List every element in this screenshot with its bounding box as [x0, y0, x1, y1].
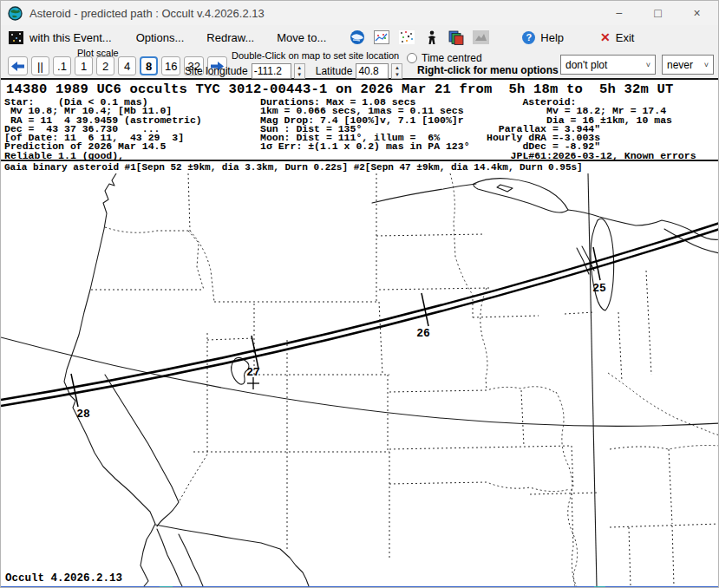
event-info-block: Star: (Dia < 0.1 mas) Mv 10.8; Mr 10.4; …: [1, 98, 718, 160]
gaia-binary-line: Gaia binary asteroid #1[Sepn 52 ±9km, di…: [1, 161, 718, 173]
event-headline: 14380 1989 UC6 occults TYC 3012-00443-1 …: [1, 80, 718, 98]
occultation-info: Durations: Max = 1.08 secs 1km = 0.066 s…: [260, 98, 470, 152]
plot-mode-dropdown[interactable]: don't plot ˅: [560, 55, 656, 75]
window-title: Asteroid - predicted path : Occult v.4.2…: [29, 7, 265, 20]
interval-value: never: [667, 59, 693, 71]
occult-app-window: Asteroid - predicted path : Occult v.4.2…: [0, 0, 719, 588]
occultation-path-south-limit: [1, 229, 719, 406]
right-click-hint: Right-click for menu options: [417, 64, 559, 76]
menu-options-label: Options...: [136, 31, 185, 44]
minimize-button[interactable]: −: [599, 1, 638, 25]
titlebar: Asteroid - predicted path : Occult v.4.2…: [1, 1, 718, 25]
site-longitude-label: Site longitude: [185, 65, 248, 77]
canada-border: [372, 184, 476, 203]
map-svg: 25 26 27 28 Occult 4.2026.2.13: [1, 173, 719, 586]
map-version-label: Occult 4.2026.2.13: [5, 572, 122, 585]
close-button[interactable]: ×: [677, 1, 716, 25]
menu-with-this-event[interactable]: with this Event...: [8, 30, 112, 45]
prediction-map[interactable]: 25 26 27 28 Occult 4.2026.2.13: [1, 173, 719, 586]
minute-label-26: 26: [416, 327, 430, 340]
menu-move-to-label: Move to...: [277, 31, 326, 44]
occultation-path-band: [1, 223, 719, 406]
minute-label-28: 28: [76, 408, 90, 421]
star-info: Star: (Dia < 0.1 mas) Mv 10.8; Mr 10.4; …: [4, 98, 202, 160]
pause-button[interactable]: ||: [31, 56, 49, 75]
menu-redraw-label: Redraw...: [206, 31, 254, 44]
scale-button-16[interactable]: 16: [161, 56, 180, 75]
previous-event-button[interactable]: [8, 56, 28, 75]
layers-files-icon[interactable]: [448, 30, 464, 45]
spinner-down-icon[interactable]: ▼: [392, 71, 402, 78]
lake-superior: [474, 179, 568, 212]
google-earth-icon[interactable]: [349, 30, 365, 45]
exit-x-icon: ✕: [600, 30, 611, 44]
menu-exit[interactable]: ✕ Exit: [600, 30, 634, 44]
latitude-spinner[interactable]: ▲ ▼: [391, 63, 402, 79]
scale-button-0.1[interactable]: .1: [53, 56, 71, 75]
site-location-cross: [247, 377, 259, 389]
site-longitude-spinner[interactable]: ▲ ▼: [294, 63, 305, 79]
minute-label-25: 25: [592, 282, 606, 295]
disabled-map-icon: [473, 30, 489, 45]
menubar: with this Event... Options... Redraw... …: [1, 25, 718, 49]
scale-button-4[interactable]: 4: [118, 56, 136, 75]
scale-button-2[interactable]: 2: [96, 56, 114, 75]
spinner-down-icon[interactable]: ▼: [295, 71, 304, 78]
latitude-label: Latitude: [316, 65, 353, 77]
state-borders-dotted: [91, 173, 719, 586]
minute-ticks: [71, 247, 600, 407]
asteroid-info: Asteroid: Mv = 18.2; Mr = 17.4 Dia = 16 …: [487, 98, 696, 160]
chevron-down-icon: ˅: [704, 61, 709, 69]
plot-mode-value: don't plot: [565, 59, 607, 71]
time-centred-label: Time centred: [422, 52, 482, 64]
time-centred-radio[interactable]: [407, 53, 417, 63]
toolbar: Plot scale || .1 1 2 4 8 16 32 Double-Cl…: [1, 49, 718, 78]
menu-help-label: Help: [540, 31, 564, 44]
menu-redraw[interactable]: Redraw...: [206, 31, 254, 44]
scale-button-1[interactable]: 1: [75, 56, 93, 75]
minute-label-27: 27: [246, 366, 260, 379]
menu-exit-label: Exit: [616, 31, 635, 44]
spinner-up-icon[interactable]: ▲: [295, 64, 304, 71]
menu-help[interactable]: ? Help: [522, 31, 564, 44]
coastline: [64, 173, 719, 586]
content-panel: 14380 1989 UC6 occults TYC 3012-00443-1 …: [1, 78, 718, 586]
site-longitude-input[interactable]: [252, 63, 291, 79]
interval-dropdown[interactable]: never ˅: [662, 55, 714, 75]
chevron-down-icon: ˅: [646, 61, 650, 69]
double-click-hint: Double-Click on map to set site location: [232, 50, 399, 61]
spinner-up-icon[interactable]: ▲: [392, 64, 402, 71]
app-globe-icon: [8, 6, 23, 21]
observer-person-icon[interactable]: [423, 30, 440, 45]
menu-with-this-event-label: with this Event...: [29, 31, 112, 44]
time-centred-radio-group[interactable]: Time centred: [407, 52, 482, 64]
plot-graph-icon[interactable]: [373, 30, 389, 45]
help-icon: ?: [522, 31, 535, 44]
star-field-icon[interactable]: [398, 30, 415, 45]
latitude-input[interactable]: [356, 63, 389, 79]
menu-options[interactable]: Options...: [136, 31, 185, 44]
occultation-path-north-limit: [1, 223, 719, 400]
menu-move-to[interactable]: Move to...: [277, 31, 326, 44]
maximize-button[interactable]: □: [638, 1, 677, 25]
scale-button-8-selected[interactable]: 8: [140, 56, 158, 75]
starfield-small-icon: [8, 30, 24, 45]
